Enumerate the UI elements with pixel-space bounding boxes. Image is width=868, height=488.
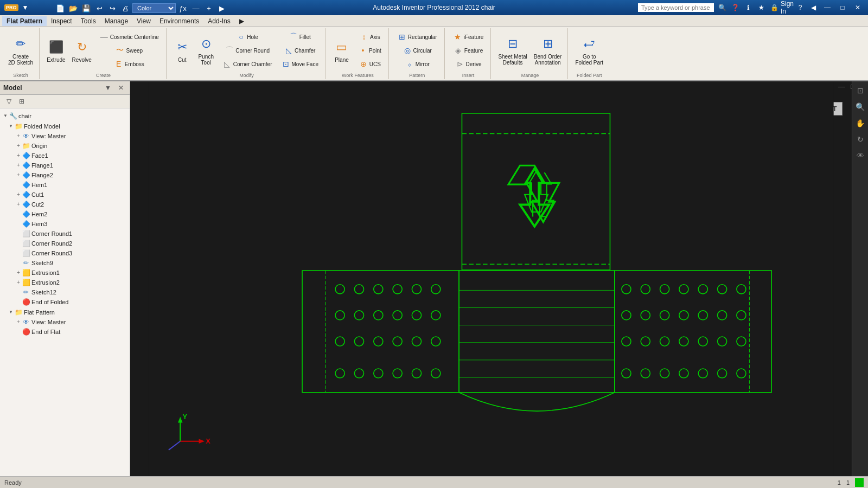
tree-item-sketch9[interactable]: ✏ Sketch9 (0, 258, 130, 268)
filter-icon[interactable]: ▽ (3, 96, 14, 107)
toggle-chair[interactable] (2, 111, 9, 120)
mirror-btn[interactable]: ⬦ Mirror (393, 57, 441, 70)
print-btn[interactable]: 🖨 (119, 2, 131, 14)
tree-item-hem2[interactable]: 🔷 Hem2 (0, 209, 130, 219)
tree-item-hem3[interactable]: 🔷 Hem3 (0, 219, 130, 229)
tree-item-flange1[interactable]: + 🔷 Flange1 (0, 160, 130, 170)
extrude-btn[interactable]: ⬛ Extrude (44, 37, 68, 65)
rectangular-btn[interactable]: ⊞ Rectangular (393, 30, 441, 43)
undo-btn[interactable]: ↩ (93, 2, 105, 14)
open-btn[interactable]: 📂 (67, 2, 79, 14)
tree-item-face1[interactable]: + 🔷 Face1 (0, 151, 130, 160)
point-btn[interactable]: • Point (354, 44, 385, 57)
help-search-icon[interactable]: ❓ (730, 3, 740, 12)
cut-btn[interactable]: ✂ Cut (171, 37, 194, 65)
tree-item-cut1[interactable]: + 🔷 Cut1 (0, 190, 130, 200)
menu-add-ins[interactable]: Add-Ins (203, 16, 234, 26)
create-2d-sketch-btn[interactable]: ✏ Create2D Sketch (5, 34, 36, 67)
circular-btn[interactable]: ◎ Circular (393, 44, 441, 57)
fillet-btn[interactable]: ⌒ Fillet (277, 30, 322, 43)
view-options-icon[interactable]: ⊞ (16, 96, 27, 107)
tree-item-origin[interactable]: + 📁 Origin (0, 141, 130, 151)
zoom-btn[interactable]: 🔍 (853, 100, 867, 114)
hole-btn[interactable]: ○ Hole (219, 30, 276, 43)
tree-item-cut2[interactable]: + 🔷 Cut2 (0, 200, 130, 209)
toggle-face1[interactable]: + (15, 151, 22, 160)
new-btn[interactable]: 📄 (54, 2, 66, 14)
move-face-btn[interactable]: ⊡ Move Face (277, 57, 322, 70)
tree-item-hem1[interactable]: 🔷 Hem1 (0, 180, 130, 190)
tree-item-end-of-flat[interactable]: 🔴 End of Flat (0, 327, 130, 337)
corner-chamfer-btn[interactable]: ◺ Corner Chamfer (219, 57, 276, 70)
toggle-view-1[interactable]: + (15, 132, 22, 140)
revolve-btn[interactable]: ↻ Revolve (69, 37, 94, 65)
emboss-btn[interactable]: E Emboss (95, 57, 163, 70)
tree-item-flat-pattern[interactable]: 📁 Flat Pattern (0, 307, 130, 317)
app-menu-btn[interactable]: ▼ (21, 3, 30, 12)
menu-flat-pattern[interactable]: Flat Pattern (2, 16, 47, 26)
tree-item-flange2[interactable]: + 🔷 Flange2 (0, 170, 130, 180)
menu-view[interactable]: View (132, 16, 155, 26)
chamfer-btn[interactable]: ◺ Chamfer (277, 44, 322, 57)
tree-item-end-of-folded[interactable]: 🔴 End of Folded (0, 297, 130, 307)
derive-btn[interactable]: ⊳ Derive (449, 57, 488, 70)
redo-btn[interactable]: ↪ (106, 2, 118, 14)
sidebar-close-btn[interactable]: ✕ (116, 82, 126, 93)
zoom-extent-btn[interactable]: ⊡ (853, 84, 867, 98)
toggle-extrusion1[interactable]: + (15, 268, 22, 277)
tree-item-folded-model[interactable]: 📁 Folded Model (0, 121, 130, 131)
sheet-metal-defaults-btn[interactable]: ⊟ Sheet MetalDefaults (495, 34, 529, 67)
lock-icon[interactable]: 🔒 (769, 3, 779, 12)
menu-environments[interactable]: Environments (155, 16, 203, 26)
menu-extra[interactable]: ▶ (235, 16, 248, 26)
go-to-folded-part-btn[interactable]: ⮐ Go toFolded Part (572, 34, 606, 67)
toggle-flange2[interactable]: + (15, 171, 22, 179)
menu-manage[interactable]: Manage (100, 16, 132, 26)
menu-tools[interactable]: Tools (76, 16, 100, 26)
visual-style-dropdown[interactable]: Color (132, 3, 176, 13)
toggle-folded-model[interactable] (8, 121, 14, 131)
toggle-extrusion2[interactable]: + (15, 278, 22, 287)
tree-item-sketch12[interactable]: ✏ Sketch12 (0, 287, 130, 297)
tree-item-corner-round3[interactable]: ⬜ Corner Round3 (0, 248, 130, 258)
tree-item-extrusion1[interactable]: + 🟨 Extrusion1 (0, 268, 130, 278)
ifeature-btn[interactable]: ★ iFeature (449, 30, 488, 43)
canvas[interactable]: — □ ✕ FRONT ⊡ 🔍 ✋ ↻ 👁 (130, 81, 868, 476)
toggle-cut2[interactable]: + (15, 200, 22, 209)
close-btn[interactable]: ✕ (852, 3, 864, 12)
info-icon[interactable]: ℹ (743, 3, 753, 12)
tree-item-extrusion2[interactable]: + 🟨 Extrusion2 (0, 278, 130, 287)
sidebar-dropdown-btn[interactable]: ▼ (103, 82, 113, 93)
sweep-btn[interactable]: 〜 Sweep (95, 44, 163, 57)
pan-btn[interactable]: ✋ (853, 116, 867, 130)
menu-inspect[interactable]: Inspect (47, 16, 76, 26)
look-at-btn[interactable]: 👁 (853, 149, 867, 163)
search-icon[interactable]: 🔍 (717, 3, 727, 12)
ucs-btn[interactable]: ⊕ UCS (354, 57, 385, 70)
orbit-btn[interactable]: ↻ (853, 132, 867, 146)
minimize-btn[interactable]: — (821, 3, 833, 12)
axis-btn[interactable]: ↕ Axis (354, 30, 385, 43)
arrow-left-icon[interactable]: ◀ (808, 3, 818, 12)
toggle-origin[interactable]: + (15, 142, 22, 150)
star-icon[interactable]: ★ (756, 3, 766, 12)
search-input[interactable] (638, 3, 714, 12)
save-btn[interactable]: 💾 (80, 2, 92, 14)
sign-in-btn[interactable]: Sign In (782, 3, 792, 12)
punch-tool-btn[interactable]: ⊙ PunchTool (195, 34, 218, 67)
question-icon[interactable]: ? (795, 3, 805, 12)
tree-item-view-master-1[interactable]: + 👁 View: Master (0, 131, 130, 141)
restore-btn[interactable]: □ (837, 3, 848, 12)
bend-order-btn[interactable]: ⊞ Bend OrderAnnotation (531, 34, 565, 67)
cosmetic-centerline-btn[interactable]: — Cosmetic Centerline (95, 30, 163, 43)
feature-btn[interactable]: ◈ Feature (449, 44, 488, 57)
tree-item-corner-round2[interactable]: ⬜ Corner Round2 (0, 239, 130, 248)
tree-item-chair[interactable]: 🔧 chair (0, 111, 130, 121)
toggle-cut1[interactable]: + (15, 190, 22, 199)
toggle-flange1[interactable]: + (15, 161, 22, 170)
tree-item-view-master-2[interactable]: + 👁 View: Master (0, 317, 130, 327)
plane-btn[interactable]: ▭ Plane (330, 37, 353, 65)
toggle-view-2[interactable]: + (15, 318, 22, 326)
toggle-flat-pattern[interactable] (8, 307, 14, 317)
tree-item-corner-round1[interactable]: ⬜ Corner Round1 (0, 229, 130, 239)
